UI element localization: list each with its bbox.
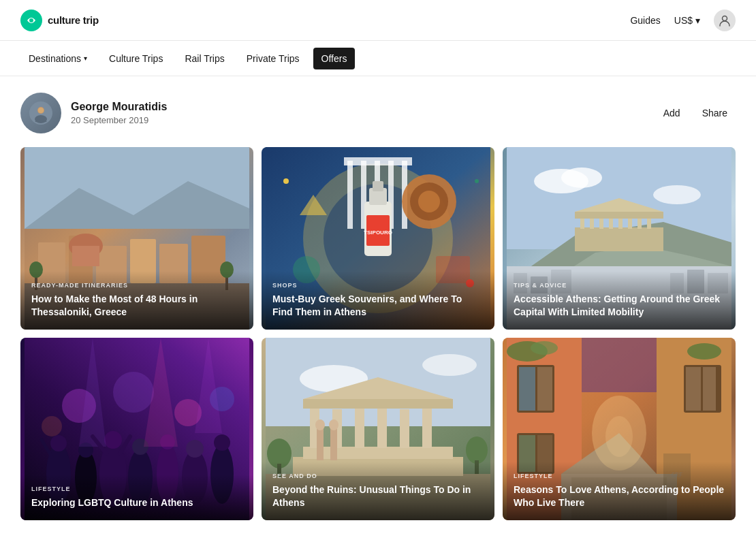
nav-item-destinations[interactable]: Destinations ▾ bbox=[20, 48, 95, 69]
card-overlay: TIPS & ADVICE Accessible Athens: Getting… bbox=[503, 271, 736, 330]
svg-point-114 bbox=[315, 419, 325, 430]
svg-point-1 bbox=[29, 18, 33, 22]
svg-rect-17 bbox=[72, 246, 99, 266]
svg-text:TSIPOURO: TSIPOURO bbox=[364, 229, 392, 236]
svg-point-118 bbox=[466, 436, 488, 464]
author-section: George Mouratidis 20 September 2019 Add … bbox=[0, 76, 756, 147]
add-button[interactable]: Add bbox=[655, 104, 689, 123]
guides-button[interactable]: Guides bbox=[630, 15, 660, 26]
svg-point-83 bbox=[186, 440, 204, 458]
svg-point-45 bbox=[475, 179, 479, 183]
svg-rect-26 bbox=[347, 161, 353, 229]
svg-rect-31 bbox=[344, 157, 412, 165]
svg-point-100 bbox=[422, 354, 477, 376]
svg-rect-62 bbox=[575, 212, 663, 219]
nav-item-private-trips[interactable]: Private Trips bbox=[238, 48, 308, 69]
card-category: LIFESTYLE bbox=[31, 486, 242, 492]
nav-label: Rail Trips bbox=[185, 53, 224, 64]
card-title: Reasons To Love Athens, According to Peo… bbox=[514, 483, 725, 509]
svg-point-2 bbox=[723, 16, 727, 20]
currency-label: US$ bbox=[674, 15, 693, 26]
svg-rect-129 bbox=[537, 367, 552, 411]
card-overlay: LIFESTYLE Reasons To Love Athens, Accord… bbox=[503, 462, 736, 520]
svg-point-49 bbox=[561, 168, 602, 188]
card-category: SHOPS bbox=[272, 282, 484, 289]
account-icon[interactable] bbox=[714, 10, 736, 31]
nav-item-rail-trips[interactable]: Rail Trips bbox=[176, 48, 232, 69]
card-love-athens[interactable]: GRF LIFESTYLE Reasons To Love Athens, Ac… bbox=[503, 338, 736, 520]
svg-rect-137 bbox=[703, 367, 716, 411]
card-category: SEE AND DO bbox=[272, 473, 484, 479]
svg-point-115 bbox=[329, 419, 338, 430]
svg-rect-106 bbox=[355, 406, 364, 448]
nav-label: Destinations bbox=[29, 53, 81, 64]
svg-rect-53 bbox=[575, 227, 663, 251]
svg-point-39 bbox=[418, 191, 440, 212]
svg-rect-136 bbox=[686, 367, 701, 411]
card-thessaloniki[interactable]: READY-MADE ITINERARIES How to Make the M… bbox=[20, 147, 253, 330]
author-name: George Mouratidis bbox=[71, 101, 167, 113]
svg-point-139 bbox=[531, 341, 558, 355]
card-category: LIFESTYLE bbox=[514, 473, 725, 479]
share-button[interactable]: Share bbox=[694, 104, 736, 123]
header: culture trip Guides US$ ▾ bbox=[0, 0, 756, 41]
chevron-down-icon: ▾ bbox=[695, 15, 700, 26]
navigation: Destinations ▾ Culture Trips Rail Trips … bbox=[0, 41, 756, 76]
author-info: George Mouratidis 20 September 2019 bbox=[20, 93, 167, 133]
card-title: Must-Buy Greek Souvenirs, and Where To F… bbox=[272, 293, 484, 319]
card-ruins-athens[interactable]: SEE AND DO Beyond the Ruins: Unusual Thi… bbox=[262, 338, 494, 520]
svg-rect-107 bbox=[377, 406, 387, 448]
card-category: READY-MADE ITINERARIES bbox=[31, 282, 242, 289]
logo[interactable]: culture trip bbox=[20, 10, 99, 31]
avatar-image bbox=[29, 101, 52, 125]
author-actions: Add Share bbox=[655, 104, 736, 123]
currency-button[interactable]: US$ ▾ bbox=[674, 15, 700, 26]
svg-point-50 bbox=[653, 185, 701, 204]
logo-icon bbox=[20, 10, 42, 31]
svg-rect-108 bbox=[400, 409, 409, 448]
svg-point-73 bbox=[50, 435, 67, 451]
svg-point-89 bbox=[42, 416, 62, 436]
svg-point-140 bbox=[687, 343, 721, 360]
nav-item-offers[interactable]: Offers bbox=[313, 48, 356, 69]
svg-point-87 bbox=[113, 372, 154, 413]
card-category: TIPS & ADVICE bbox=[514, 282, 725, 289]
svg-point-142 bbox=[605, 416, 633, 457]
svg-rect-110 bbox=[303, 399, 453, 409]
card-lgbtq-athens[interactable]: LIFESTYLE Exploring LGBTQ Culture in Ath… bbox=[20, 338, 253, 520]
card-accessible-athens[interactable]: TIPS & ADVICE Accessible Athens: Getting… bbox=[503, 147, 736, 330]
card-title: Beyond the Ruins: Unusual Things To Do i… bbox=[272, 483, 484, 509]
card-title: How to Make the Most of 48 Hours in Thes… bbox=[31, 293, 242, 319]
card-title: Exploring LGBTQ Culture in Athens bbox=[31, 496, 242, 509]
svg-rect-103 bbox=[303, 447, 453, 459]
svg-point-77 bbox=[104, 431, 122, 449]
card-title: Accessible Athens: Getting Around the Gr… bbox=[514, 293, 725, 319]
logo-text: culture trip bbox=[48, 14, 99, 26]
header-right: Guides US$ ▾ bbox=[630, 10, 736, 31]
svg-point-43 bbox=[283, 178, 289, 184]
nav-item-culture-trips[interactable]: Culture Trips bbox=[101, 48, 171, 69]
author-date: 20 September 2019 bbox=[71, 115, 167, 125]
svg-rect-112 bbox=[317, 426, 324, 460]
svg-rect-34 bbox=[373, 181, 383, 191]
nav-label: Culture Trips bbox=[109, 53, 163, 64]
nav-label: Offers bbox=[321, 53, 347, 64]
chevron-icon: ▾ bbox=[84, 54, 87, 62]
svg-point-6 bbox=[38, 108, 44, 113]
cards-grid: READY-MADE ITINERARIES How to Make the M… bbox=[0, 147, 756, 541]
user-icon bbox=[718, 14, 731, 27]
author-details: George Mouratidis 20 September 2019 bbox=[71, 101, 167, 125]
svg-rect-133 bbox=[519, 367, 535, 411]
svg-point-85 bbox=[214, 434, 230, 451]
avatar bbox=[20, 93, 61, 133]
card-overlay: SEE AND DO Beyond the Ruins: Unusual Thi… bbox=[262, 462, 494, 520]
svg-rect-113 bbox=[330, 426, 337, 460]
nav-label: Private Trips bbox=[247, 53, 300, 64]
card-souvenirs[interactable]: TSIPOURO SHOPS Must-Buy Greek Souvenirs,… bbox=[262, 147, 494, 330]
card-overlay: SHOPS Must-Buy Greek Souvenirs, and Wher… bbox=[262, 271, 494, 330]
card-overlay: LIFESTYLE Exploring LGBTQ Culture in Ath… bbox=[20, 475, 253, 520]
svg-rect-109 bbox=[422, 406, 432, 448]
card-overlay: READY-MADE ITINERARIES How to Make the M… bbox=[20, 271, 253, 330]
